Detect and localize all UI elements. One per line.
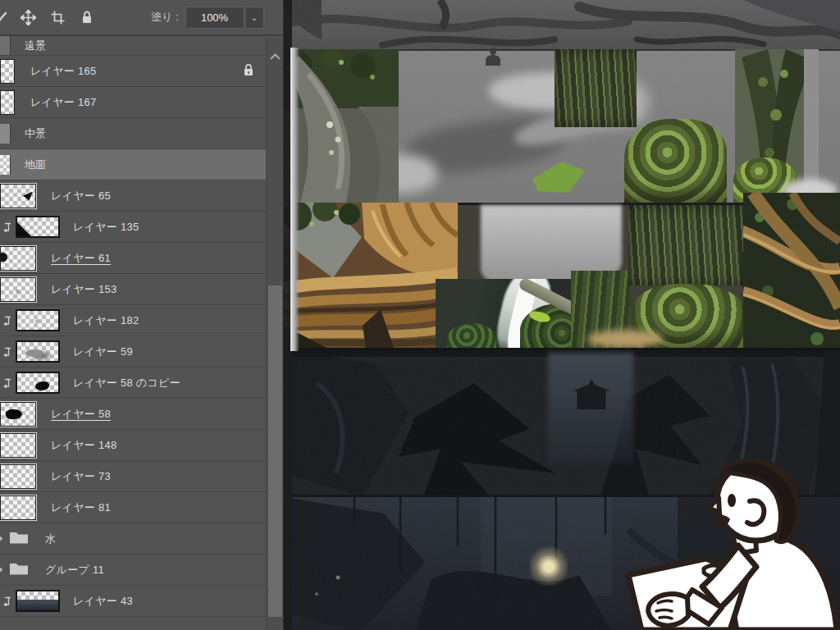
layer-row-148[interactable]: レイヤー 148 bbox=[0, 430, 266, 461]
layers-scrollbar[interactable] bbox=[266, 38, 283, 630]
layer-thumbnail bbox=[0, 59, 15, 84]
reference-band-1 bbox=[284, 0, 840, 49]
photo-moss-trunk bbox=[628, 205, 745, 285]
layer-thumbnail bbox=[16, 216, 60, 238]
document-canvas[interactable] bbox=[284, 0, 840, 630]
layer-thumbnail bbox=[0, 90, 15, 115]
branch-sketch bbox=[284, 0, 840, 49]
layer-name: 地面 bbox=[25, 158, 47, 172]
layer-thumbnail bbox=[0, 464, 36, 489]
layer-name: 中景 bbox=[25, 126, 47, 141]
layer-row-153[interactable]: レイヤー 153 bbox=[0, 274, 266, 305]
layer-name: 遠景 bbox=[25, 39, 47, 53]
layer-name: レイヤー 58 のコピー bbox=[73, 376, 180, 390]
layer-row-enkei[interactable]: 遠景 bbox=[0, 36, 266, 56]
layer-row-59[interactable]: レイヤー 59 bbox=[0, 336, 266, 368]
layer-name: 水 bbox=[45, 532, 56, 546]
layer-row-165[interactable]: レイヤー 165 bbox=[0, 56, 266, 87]
clipping-mask-icon bbox=[2, 377, 11, 388]
layer-name: レイヤー 165 bbox=[30, 64, 97, 79]
expand-caret-icon[interactable] bbox=[0, 535, 2, 542]
layer-thumbnail bbox=[0, 246, 36, 271]
clipping-mask-icon bbox=[2, 221, 11, 232]
layer-name: レイヤー 182 bbox=[73, 313, 139, 328]
lantern-glow bbox=[530, 543, 568, 586]
layer-row-mizu[interactable]: 水 bbox=[0, 523, 266, 555]
layer-thumbnail bbox=[0, 184, 36, 208]
photo-moss-roots bbox=[624, 119, 727, 203]
layer-row-group-11[interactable]: グループ 11 bbox=[0, 555, 266, 586]
photo-root-network bbox=[743, 193, 840, 349]
fill-value-input[interactable]: 100% bbox=[185, 7, 244, 29]
layer-row-65[interactable]: レイヤー 65 bbox=[0, 180, 266, 212]
lock-all-icon[interactable] bbox=[79, 9, 95, 25]
layer-thumbnail bbox=[16, 372, 60, 394]
layer-name: レイヤー 148 bbox=[51, 438, 117, 453]
scroll-up-icon[interactable] bbox=[269, 49, 281, 64]
layer-name: レイヤー 153 bbox=[51, 282, 117, 297]
paint-stroke bbox=[587, 330, 663, 348]
layer-row-jimen[interactable]: 地面 bbox=[0, 149, 266, 180]
layer-thumbnail bbox=[16, 340, 60, 363]
folder-icon bbox=[9, 561, 29, 578]
artboard-lock-icon[interactable] bbox=[49, 9, 66, 25]
layer-row-167[interactable]: レイヤー 167 bbox=[0, 87, 266, 118]
layer-name: レイヤー 73 bbox=[51, 469, 111, 484]
fern-foliage bbox=[447, 323, 496, 348]
layer-name: レイヤー 58 bbox=[51, 407, 111, 422]
layer-row-43[interactable]: レイヤー 43 bbox=[0, 586, 266, 617]
scrollbar-thumb[interactable] bbox=[268, 285, 282, 617]
folder-icon bbox=[9, 530, 29, 547]
clipping-mask-icon bbox=[2, 315, 11, 326]
photo-waterfall bbox=[436, 279, 583, 348]
layer-row-partial bbox=[0, 617, 266, 629]
brush-lock-icon[interactable] bbox=[0, 9, 10, 25]
figure-silhouette bbox=[486, 48, 500, 66]
fill-chevron-down-icon[interactable]: ⌄ bbox=[246, 7, 264, 29]
layer-thumbnail bbox=[16, 309, 60, 331]
layer-name: レイヤー 61 bbox=[51, 251, 111, 266]
layer-row-58-copy[interactable]: レイヤー 58 のコピー bbox=[0, 368, 266, 399]
artist-illustration bbox=[615, 454, 840, 630]
canvas-edge-highlight bbox=[290, 48, 299, 351]
layer-lock-icon bbox=[243, 63, 254, 80]
layer-list: 遠景 レイヤー 165 レイヤー 167 中景 地面 レイヤー 65 bbox=[0, 36, 266, 629]
clipping-mask-icon bbox=[2, 346, 11, 357]
layer-name: レイヤー 65 bbox=[51, 189, 111, 203]
layers-lock-toolbar: 塗り : 100% ⌄ bbox=[0, 0, 284, 36]
layer-thumbnail bbox=[0, 433, 36, 458]
layers-panel: 塗り : 100% ⌄ 遠景 レイヤー 165 レイヤー 167 中景 地面 bbox=[0, 0, 284, 630]
layer-name: レイヤー 59 bbox=[73, 345, 133, 359]
clipping-mask-icon bbox=[2, 596, 11, 606]
layer-row-73[interactable]: レイヤー 73 bbox=[0, 461, 266, 492]
layer-name: グループ 11 bbox=[45, 563, 104, 578]
layer-name: レイヤー 43 bbox=[73, 594, 133, 609]
photo-moss-trunk bbox=[555, 49, 637, 127]
layer-row-61[interactable]: レイヤー 61 bbox=[0, 243, 266, 274]
layer-name: レイヤー 167 bbox=[30, 95, 97, 110]
panel-divider bbox=[283, 0, 284, 630]
expand-caret-icon[interactable] bbox=[0, 566, 2, 573]
layer-thumbnail bbox=[0, 277, 36, 302]
layer-thumbnail bbox=[16, 590, 60, 612]
photo-trunk-left bbox=[284, 49, 399, 203]
layer-row-chukei[interactable]: 中景 bbox=[0, 118, 266, 149]
layer-name: レイヤー 135 bbox=[73, 220, 139, 235]
group-thumbnail bbox=[0, 155, 11, 175]
layer-thumbnail bbox=[0, 402, 36, 427]
layer-row-81[interactable]: レイヤー 81 bbox=[0, 492, 266, 523]
layer-row-135[interactable]: レイヤー 135 bbox=[0, 212, 266, 243]
move-lock-icon[interactable] bbox=[20, 9, 36, 25]
group-thumbnail bbox=[0, 124, 11, 144]
layer-name: レイヤー 81 bbox=[51, 500, 111, 515]
fill-label: 塗り : bbox=[151, 10, 179, 25]
photo-golden-roots bbox=[284, 203, 458, 348]
group-thumbnail bbox=[0, 36, 11, 56]
layer-thumbnail bbox=[0, 495, 36, 520]
layer-row-182[interactable]: レイヤー 182 bbox=[0, 305, 266, 336]
layer-row-58[interactable]: レイヤー 58 bbox=[0, 399, 266, 430]
